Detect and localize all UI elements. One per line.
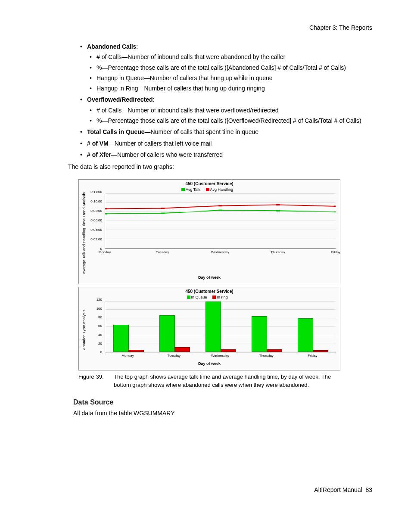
bullet-overflowed: Overflowed/Redirected: # of Calls—Number… [80,95,372,125]
svg-rect-2 [218,209,222,211]
legend-swatch-avg-talk [181,188,185,191]
chart2-xlabel: Day of week [81,361,337,367]
chart1-xlabel: Day of week [81,275,337,280]
chart1-plot: 00:02:000:04:000:06:000:08:000:10:000:11… [87,192,337,257]
abandoned-title: Abandoned Calls [87,43,136,50]
chart2-plot: 020406080100120 MondayTuesdayWednesdayTh… [87,300,337,360]
data-source-heading: Data Source [73,397,372,407]
figure-text: The top graph shows average talk time an… [114,373,340,389]
chapter-header: Chapter 3: The Reports [39,24,372,31]
overflowed-item-1: %—Percentage those calls are of the tota… [90,116,372,125]
svg-rect-7 [218,205,222,206]
chart2-ylabel: Abandon Type Analysis [81,300,87,360]
svg-rect-6 [161,208,165,209]
chart1-legend: Avg Talk Avg Handling [81,187,337,192]
chart2-legend: In Queue In ring [81,295,337,300]
chart1-ylabel: Average Talk and Handling Time Trend Ana… [81,192,87,274]
abandoned-item-2: Hangup in Queue—Number of callers that h… [90,74,372,82]
data-source-body: All data from the table WGSUMMARY [73,409,372,417]
overflowed-item-0: # of Calls—Number of inbound calls that … [90,106,372,115]
chart-1: 450 (Customer Service) Avg Talk Avg Hand… [78,179,340,284]
svg-rect-3 [276,210,280,211]
chart-2: 450 (Customer Service) In Queue In ring … [78,287,340,370]
legend-swatch-avg-handling [206,188,209,191]
bullet-vm: # of VM—Number of callers that left voic… [80,139,372,148]
body-content: Abandoned Calls: # of Calls—Number of in… [39,42,372,417]
bullet-xfer: # of Xfer—Number of callers who were tra… [80,150,372,159]
legend-swatch-in-ring [212,296,216,299]
footer-manual: AltiReport Manual [314,486,362,493]
svg-rect-8 [276,204,280,205]
abandoned-item-0: # of Calls—Number of inbound calls that … [90,53,372,61]
bullet-total-queue: Total Calls in Queue—Number of calls tha… [80,128,372,136]
svg-rect-9 [334,205,336,207]
svg-rect-5 [105,208,107,209]
svg-rect-1 [161,212,165,214]
chart1-title: 450 (Customer Service) [81,181,337,187]
figure-caption: Figure 39. The top graph shows average t… [78,373,340,389]
page-footer: AltiReport Manual 83 [314,486,372,493]
legend-swatch-in-queue [187,296,190,299]
figure-area: 450 (Customer Service) Avg Talk Avg Hand… [78,179,340,389]
chart2-title: 450 (Customer Service) [81,289,337,294]
abandoned-item-1: %—Percentage those calls are of the tota… [90,63,372,72]
overflowed-title: Overflowed/Redirected: [87,96,155,103]
footer-page: 83 [365,486,372,493]
figure-label: Figure 39. [78,373,114,389]
svg-rect-0 [105,213,107,214]
intro-line: The data is also reported in two graphs: [68,162,372,171]
abandoned-item-3: Hangup in Ring—Number of callers that hu… [90,84,372,93]
bullet-abandoned: Abandoned Calls: # of Calls—Number of in… [80,42,372,93]
